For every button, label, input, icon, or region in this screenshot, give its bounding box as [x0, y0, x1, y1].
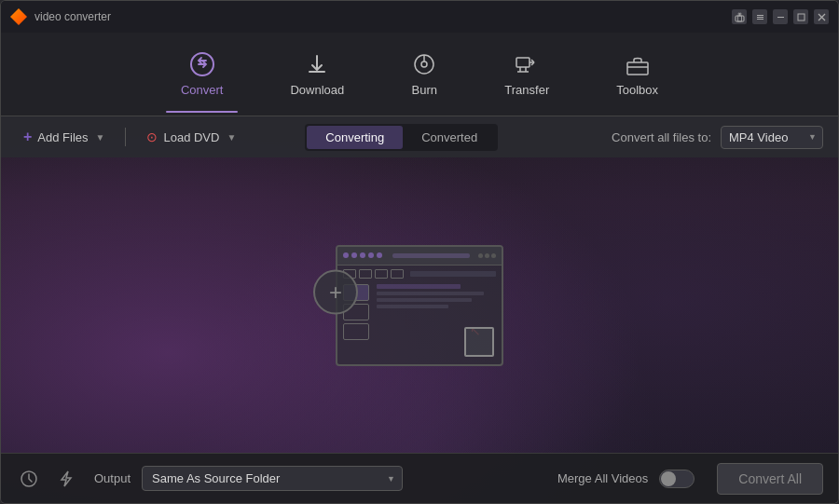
main-content: +: [1, 157, 838, 453]
add-files-button[interactable]: + Add Files ▼: [16, 125, 112, 149]
clock-icon: [20, 470, 38, 488]
output-select[interactable]: Same As Source Folder Custom Folder: [142, 466, 403, 491]
screen-dot-1: [343, 252, 349, 258]
menu-button[interactable]: [752, 9, 767, 24]
toolbar-item-burn[interactable]: Burn: [396, 44, 452, 104]
toolbox-label: Toolbox: [616, 83, 658, 97]
gift-button[interactable]: [732, 9, 747, 24]
toolbar-item-convert[interactable]: Convert: [166, 44, 239, 104]
menu-icon: [752, 9, 767, 24]
svg-rect-1: [737, 16, 741, 21]
screen-dot-2: [351, 252, 357, 258]
convert-icon: [189, 51, 215, 77]
merge-toggle[interactable]: [659, 470, 695, 488]
load-dvd-button[interactable]: ⊙ Load DVD ▼: [139, 126, 243, 148]
screen-btn-3: [375, 269, 388, 279]
add-files-label: Add Files: [37, 130, 88, 144]
download-icon: [304, 51, 330, 77]
add-files-arrow-icon: ▼: [96, 132, 105, 143]
merge-label: Merge All Videos: [557, 471, 648, 485]
titlebar-left: video converter: [10, 8, 111, 25]
format-select[interactable]: MP4 Video AVI Video MKV Video MOV Video: [721, 126, 823, 149]
screen-dot-3: [360, 252, 365, 258]
dvd-icon: ⊙: [146, 129, 158, 144]
gift-icon: [732, 9, 747, 24]
screen-bar: [392, 253, 470, 258]
toolbar-item-toolbox[interactable]: Toolbox: [601, 44, 673, 104]
tab-group: Converting Converted: [305, 124, 498, 151]
plus-icon: +: [23, 129, 32, 145]
screen-sidebar-item-3: [343, 323, 369, 340]
titlebar-right: [732, 9, 829, 24]
maximize-icon: [793, 9, 808, 24]
maximize-button[interactable]: [793, 9, 808, 24]
close-icon: [814, 9, 829, 24]
burn-label: Burn: [412, 83, 437, 97]
svg-rect-20: [627, 62, 648, 75]
screen-dots-row: [478, 253, 496, 258]
screen-dot-4: [368, 252, 374, 258]
lightning-icon: [57, 470, 76, 488]
screen-search-bar: [410, 271, 496, 277]
load-dvd-label: Load DVD: [163, 130, 219, 144]
toggle-thumb: [661, 471, 676, 486]
app-title: video converter: [34, 10, 111, 23]
screen-btn-4: [391, 269, 404, 279]
screen-line-3: [377, 298, 472, 302]
app-icon: [10, 8, 27, 25]
minimize-icon: [773, 9, 788, 24]
screen-btn-2: [359, 269, 372, 279]
main-window: video converter: [0, 0, 839, 504]
titlebar: video converter: [1, 1, 838, 33]
output-select-wrapper: Same As Source Folder Custom Folder: [142, 466, 403, 491]
subtitle-bar: + Add Files ▼ ⊙ Load DVD ▼ Converting Co…: [1, 116, 838, 157]
screen-line-2: [377, 292, 484, 295]
convert-label: Convert: [181, 83, 224, 97]
svg-rect-13: [516, 58, 530, 67]
transfer-icon: [514, 51, 540, 77]
clock-button[interactable]: [16, 466, 42, 492]
load-dvd-arrow-icon: ▼: [227, 132, 236, 143]
screen-line-4: [377, 305, 448, 308]
bottom-bar: Output Same As Source Folder Custom Fold…: [1, 453, 838, 503]
format-select-wrapper: MP4 Video AVI Video MKV Video MOV Video: [721, 126, 823, 149]
illustration: +: [336, 245, 503, 366]
svg-rect-6: [798, 14, 805, 20]
add-circle-icon[interactable]: +: [313, 269, 358, 314]
transfer-label: Transfer: [504, 83, 549, 97]
convert-all-label: Convert all files to:: [612, 130, 711, 144]
download-label: Download: [290, 83, 344, 97]
lightning-button[interactable]: [53, 466, 79, 492]
close-button[interactable]: [814, 9, 829, 24]
divider-1: [125, 128, 126, 146]
convert-all-button[interactable]: Convert All: [717, 463, 823, 495]
screen-overlay: [464, 327, 494, 357]
tab-converted[interactable]: Converted: [403, 126, 496, 149]
toolbar: Convert Download Burn: [1, 33, 838, 116]
screen-dot-5: [377, 252, 382, 258]
minimize-button[interactable]: [773, 9, 788, 24]
screen-toolbar-row: [337, 266, 502, 280]
screen-mock: ↖: [336, 245, 503, 366]
toolbox-icon: [625, 51, 651, 77]
tab-converting[interactable]: Converting: [307, 126, 403, 149]
svg-rect-0: [736, 16, 744, 21]
toolbar-item-download[interactable]: Download: [275, 44, 359, 104]
burn-icon: [411, 51, 437, 77]
svg-point-11: [421, 61, 427, 67]
toolbar-item-transfer[interactable]: Transfer: [489, 44, 564, 104]
screen-line-1: [377, 284, 461, 289]
output-label: Output: [94, 471, 131, 485]
screen-topbar: [337, 247, 502, 266]
